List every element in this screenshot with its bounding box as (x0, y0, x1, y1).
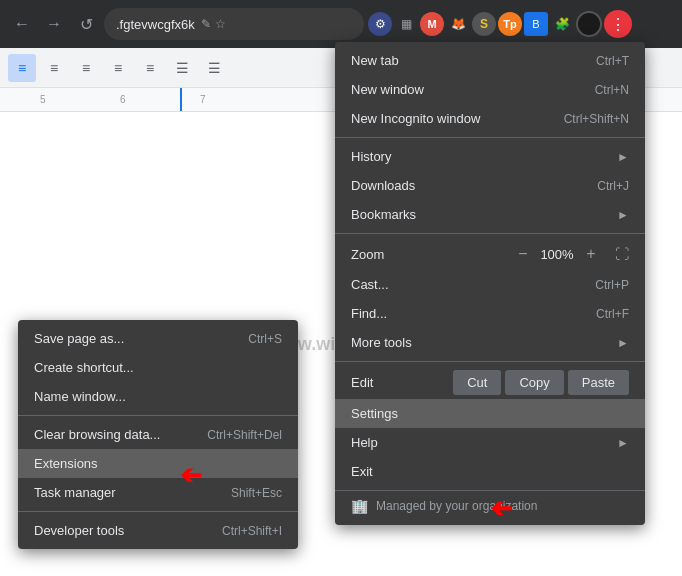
menu-item-cast[interactable]: Cast... Ctrl+P (335, 270, 645, 299)
reload-button[interactable]: ↺ (72, 10, 100, 38)
menu-item-clear-browsing[interactable]: Clear browsing data... Ctrl+Shift+Del (18, 420, 298, 449)
save-page-shortcut: Ctrl+S (248, 332, 282, 346)
history-arrow-icon: ► (617, 150, 629, 164)
back-button[interactable]: ← (8, 10, 36, 38)
name-window-label: Name window... (34, 389, 282, 404)
downloads-label: Downloads (351, 178, 581, 193)
separator-r1 (335, 137, 645, 138)
settings-label: Settings (351, 406, 629, 421)
menu-item-create-shortcut[interactable]: Create shortcut... (18, 353, 298, 382)
separator-r3 (335, 361, 645, 362)
zoom-decrease-button[interactable]: − (513, 245, 533, 263)
menu-item-new-window[interactable]: New window Ctrl+N (335, 75, 645, 104)
menu-item-edit: Edit Cut Copy Paste (335, 366, 645, 399)
new-window-shortcut: Ctrl+N (595, 83, 629, 97)
paste-button[interactable]: Paste (568, 370, 629, 395)
more-tools-label: More tools (351, 335, 609, 350)
menu-item-downloads[interactable]: Downloads Ctrl+J (335, 171, 645, 200)
ruler-marker (180, 88, 182, 111)
new-incognito-shortcut: Ctrl+Shift+N (564, 112, 629, 126)
bookmarks-arrow-icon: ► (617, 208, 629, 222)
menu-item-zoom: Zoom − 100% + ⛶ (335, 238, 645, 270)
building-icon: 🏢 (351, 498, 368, 514)
create-shortcut-label: Create shortcut... (34, 360, 282, 375)
context-menu-right: New tab Ctrl+T New window Ctrl+N New Inc… (335, 42, 645, 525)
url-bookmark-icon: ☆ (215, 17, 226, 31)
new-incognito-label: New Incognito window (351, 111, 548, 126)
ext-icon-m[interactable]: M (420, 12, 444, 36)
settings-red-arrow: ➔ (490, 493, 512, 524)
menu-item-help[interactable]: Help ► (335, 428, 645, 457)
separator-2 (18, 511, 298, 512)
zoom-increase-button[interactable]: + (581, 245, 601, 263)
fullscreen-icon[interactable]: ⛶ (615, 246, 629, 262)
history-label: History (351, 149, 609, 164)
managed-label: Managed by your organization (376, 499, 537, 513)
clear-browsing-shortcut: Ctrl+Shift+Del (207, 428, 282, 442)
list-button[interactable]: ≡ (136, 54, 164, 82)
separator-r2 (335, 233, 645, 234)
save-page-label: Save page as... (34, 331, 232, 346)
menu-item-task-manager[interactable]: Task manager Shift+Esc (18, 478, 298, 507)
new-tab-shortcut: Ctrl+T (596, 54, 629, 68)
extensions-label: Extensions (34, 456, 282, 471)
zoom-controls: − 100% + ⛶ (513, 245, 629, 263)
more-tools-arrow-icon: ► (617, 336, 629, 350)
menu-item-name-window[interactable]: Name window... (18, 382, 298, 411)
developer-tools-shortcut: Ctrl+Shift+I (222, 524, 282, 538)
ext-icon-orange[interactable]: Tp (498, 12, 522, 36)
ruler-mark-7: 7 (200, 94, 206, 105)
copy-button[interactable]: Copy (505, 370, 563, 395)
clear-browsing-label: Clear browsing data... (34, 427, 191, 442)
align-right-button[interactable]: ≡ (72, 54, 100, 82)
menu-item-extensions[interactable]: Extensions (18, 449, 298, 478)
find-label: Find... (351, 306, 580, 321)
ext-icon-1[interactable]: ⚙ (368, 12, 392, 36)
menu-item-new-tab[interactable]: New tab Ctrl+T (335, 46, 645, 75)
print-shortcut: Ctrl+P (595, 278, 629, 292)
indent-button[interactable]: ☰ (168, 54, 196, 82)
help-arrow-icon: ► (617, 436, 629, 450)
chrome-menu-button[interactable]: ⋮ (604, 10, 632, 38)
ext-icon-s[interactable]: S (472, 12, 496, 36)
forward-button[interactable]: → (40, 10, 68, 38)
task-manager-shortcut: Shift+Esc (231, 486, 282, 500)
context-menu-left: Save page as... Ctrl+S Create shortcut..… (18, 320, 298, 549)
zoom-value: 100% (539, 247, 575, 262)
extensions-red-arrow: ➔ (180, 460, 202, 491)
menu-item-find[interactable]: Find... Ctrl+F (335, 299, 645, 328)
align-justify-button[interactable]: ≡ (104, 54, 132, 82)
cut-button[interactable]: Cut (453, 370, 501, 395)
align-left-button[interactable]: ≡ (8, 54, 36, 82)
ext-icon-beta[interactable]: B (524, 12, 548, 36)
cast-label: Cast... (351, 277, 579, 292)
developer-tools-label: Developer tools (34, 523, 206, 538)
ruler-mark-5: 5 (40, 94, 46, 105)
separator-1 (18, 415, 298, 416)
menu-item-save-page[interactable]: Save page as... Ctrl+S (18, 324, 298, 353)
ext-icon-2[interactable]: ▦ (394, 12, 418, 36)
new-tab-label: New tab (351, 53, 580, 68)
downloads-shortcut: Ctrl+J (597, 179, 629, 193)
profile-icon[interactable] (576, 11, 602, 37)
outdent-button[interactable]: ☰ (200, 54, 228, 82)
ext-icon-fox[interactable]: 🦊 (446, 12, 470, 36)
menu-item-more-tools[interactable]: More tools ► (335, 328, 645, 357)
ruler-mark-6: 6 (120, 94, 126, 105)
zoom-label: Zoom (351, 247, 513, 262)
menu-item-exit[interactable]: Exit (335, 457, 645, 486)
url-bar[interactable]: .fgtevwcgfx6k ✎ ☆ (104, 8, 364, 40)
menu-item-developer-tools[interactable]: Developer tools Ctrl+Shift+I (18, 516, 298, 545)
menu-item-bookmarks[interactable]: Bookmarks ► (335, 200, 645, 229)
ext-puzzle-icon[interactable]: 🧩 (550, 12, 574, 36)
extension-icons: ⚙ ▦ M 🦊 S Tp B 🧩 ⋮ (368, 10, 632, 38)
edit-label: Edit (351, 375, 449, 390)
exit-label: Exit (351, 464, 629, 479)
menu-item-settings[interactable]: Settings (335, 399, 645, 428)
menu-item-new-incognito[interactable]: New Incognito window Ctrl+Shift+N (335, 104, 645, 133)
url-text: .fgtevwcgfx6k (116, 17, 195, 32)
menu-item-history[interactable]: History ► (335, 142, 645, 171)
new-window-label: New window (351, 82, 579, 97)
find-shortcut: Ctrl+F (596, 307, 629, 321)
align-center-button[interactable]: ≡ (40, 54, 68, 82)
